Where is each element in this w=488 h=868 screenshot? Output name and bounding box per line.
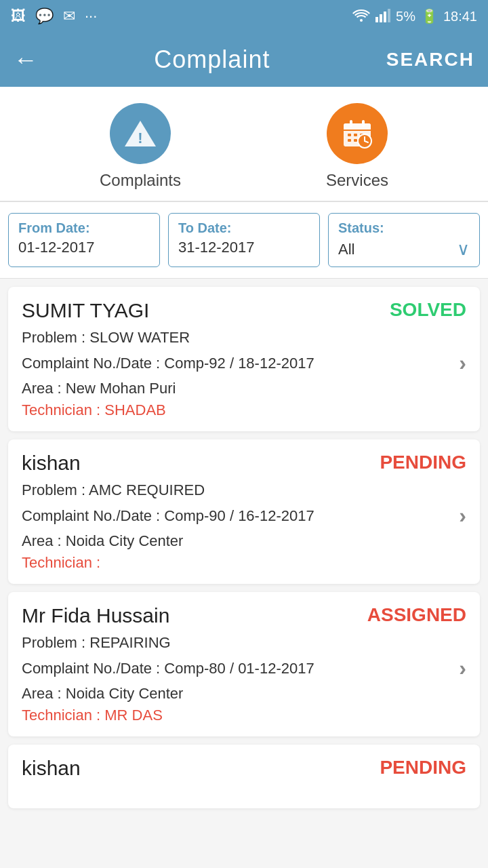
chat-icon: 💬 xyxy=(35,7,54,25)
clock: 18:41 xyxy=(443,9,477,24)
svg-rect-3 xyxy=(384,12,386,22)
tab-complaints[interactable]: ! Complaints xyxy=(100,103,181,190)
app-header: ← Complaint SEARCH xyxy=(0,33,488,87)
status-bar-right: 5% 🔋 18:41 xyxy=(352,7,477,26)
complaints-list: SUMIT TYAGI SOLVED Problem : SLOW WATER … xyxy=(0,279,488,816)
complaints-icon-circle: ! xyxy=(110,103,171,164)
complaint-no-1: Complaint No./Date : Comp-92 / 18-12-201… xyxy=(22,355,451,372)
chevron-down-icon: ∨ xyxy=(457,239,470,260)
complaints-tab-label: Complaints xyxy=(100,171,181,190)
search-button[interactable]: SEARCH xyxy=(386,49,474,71)
back-button[interactable]: ← xyxy=(14,45,38,74)
complaint-technician-2: Technician : xyxy=(22,554,466,572)
svg-rect-11 xyxy=(362,120,365,127)
complaint-name-3: Mr Fida Hussain xyxy=(22,604,169,627)
svg-text:!: ! xyxy=(138,130,142,146)
complaint-card-3[interactable]: Mr Fida Hussain ASSIGNED Problem : REPAI… xyxy=(8,592,480,736)
battery-percent: 5% xyxy=(396,9,415,24)
complaint-technician-3: Technician : MR DAS xyxy=(22,707,466,724)
tabs-section: ! Complaints xyxy=(0,87,488,202)
svg-rect-2 xyxy=(380,14,382,22)
from-date-value: 01-12-2017 xyxy=(18,239,150,256)
complaint-problem-2: Problem : AMC REQUIRED xyxy=(22,481,466,499)
svg-rect-8 xyxy=(344,123,371,130)
svg-rect-15 xyxy=(348,139,351,142)
complaint-status-2: PENDING xyxy=(380,452,466,473)
svg-rect-10 xyxy=(350,120,352,127)
complaint-no-2: Complaint No./Date : Comp-90 / 16-12-201… xyxy=(22,507,451,525)
complaint-area-1: Area : New Mohan Puri xyxy=(22,380,466,397)
filter-row: From Date: 01-12-2017 To Date: 31-12-201… xyxy=(0,202,488,279)
svg-rect-4 xyxy=(388,9,390,22)
complaint-name-1: SUMIT TYAGI xyxy=(22,299,149,322)
mail-icon: ✉ xyxy=(63,7,75,25)
signal-icon xyxy=(375,7,390,26)
status-filter[interactable]: Status: All ∨ xyxy=(328,213,480,267)
complaint-status-4: PENDING xyxy=(380,757,466,778)
svg-rect-13 xyxy=(354,134,357,136)
services-icon-circle xyxy=(327,103,388,164)
wifi-icon xyxy=(352,7,370,26)
complaint-card-2[interactable]: kishan PENDING Problem : AMC REQUIRED Co… xyxy=(8,439,480,584)
complaint-status-3: ASSIGNED xyxy=(367,604,466,626)
complaint-card-4[interactable]: kishan PENDING xyxy=(8,745,480,808)
complaint-problem-1: Problem : SLOW WATER xyxy=(22,329,466,347)
tab-services[interactable]: Services xyxy=(326,103,388,190)
to-date-value: 31-12-2017 xyxy=(178,239,310,256)
services-tab-label: Services xyxy=(326,171,388,190)
complaint-area-3: Area : Noida City Center xyxy=(22,685,466,703)
complaint-problem-3: Problem : REPAIRING xyxy=(22,634,466,652)
status-bar-left: 🖼 💬 ✉ ··· xyxy=(11,7,97,25)
complaint-name-4: kishan xyxy=(22,757,81,780)
complaint-area-2: Area : Noida City Center xyxy=(22,532,466,550)
to-date-filter[interactable]: To Date: 31-12-2017 xyxy=(168,213,320,267)
more-icon: ··· xyxy=(85,7,97,25)
status-value: All xyxy=(338,241,354,258)
complaint-no-3: Complaint No./Date : Comp-80 / 01-12-201… xyxy=(22,660,451,677)
from-date-label: From Date: xyxy=(18,220,150,236)
chevron-right-icon-2: › xyxy=(459,503,466,528)
page-title: Complaint xyxy=(154,45,270,74)
complaint-technician-1: Technician : SHADAB xyxy=(22,401,466,419)
to-date-label: To Date: xyxy=(178,220,310,236)
svg-rect-16 xyxy=(354,139,357,142)
complaint-status-1: SOLVED xyxy=(390,299,466,321)
complaint-card-1[interactable]: SUMIT TYAGI SOLVED Problem : SLOW WATER … xyxy=(8,287,480,431)
svg-point-0 xyxy=(360,19,363,22)
image-icon: 🖼 xyxy=(11,7,26,25)
status-bar: 🖼 💬 ✉ ··· 5% 🔋 18:41 xyxy=(0,0,488,33)
status-label: Status: xyxy=(338,220,470,236)
chevron-right-icon-3: › xyxy=(459,656,466,681)
battery-icon: 🔋 xyxy=(421,8,438,24)
svg-rect-12 xyxy=(348,134,351,136)
from-date-filter[interactable]: From Date: 01-12-2017 xyxy=(8,213,160,267)
complaint-name-2: kishan xyxy=(22,452,81,475)
svg-rect-1 xyxy=(375,17,378,22)
chevron-right-icon-1: › xyxy=(459,351,466,376)
